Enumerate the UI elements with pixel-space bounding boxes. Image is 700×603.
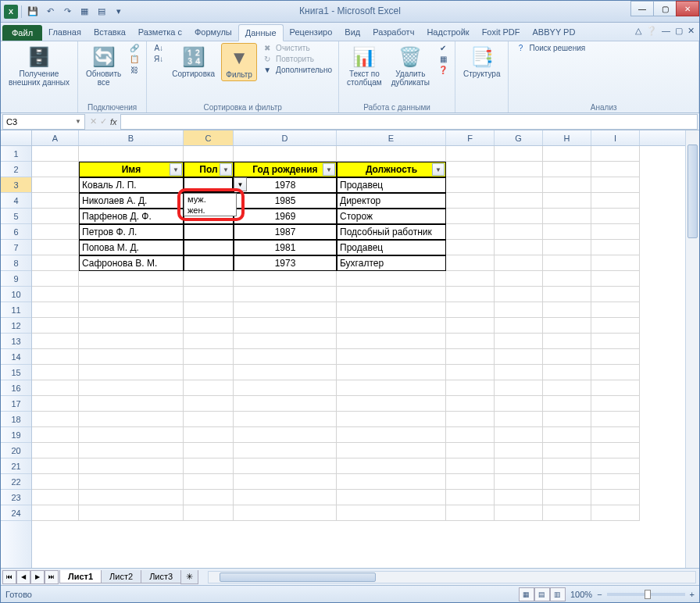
row-header-13[interactable]: 13 — [1, 334, 31, 349]
cell-G17[interactable] — [495, 396, 543, 412]
row-header-15[interactable]: 15 — [1, 365, 31, 380]
sort-button[interactable]: 🔢 Сортировка — [169, 43, 218, 80]
cell-H18[interactable] — [543, 412, 591, 427]
cell-D15[interactable] — [234, 365, 337, 380]
cell-G16[interactable] — [495, 380, 543, 396]
zoom-in-button[interactable]: + — [690, 590, 695, 599]
horizontal-scrollbar[interactable] — [208, 571, 696, 583]
cell-B2[interactable]: Имя▼ — [79, 162, 184, 177]
cell-G19[interactable] — [495, 427, 543, 443]
cell-D18[interactable] — [234, 412, 337, 427]
cell-D4[interactable]: 1985 — [234, 193, 337, 209]
mdi-close-icon[interactable]: ✕ — [688, 26, 695, 36]
tab-abbyy pd[interactable]: ABBYY PD — [527, 24, 582, 41]
text-to-columns-button[interactable]: 📊 Текст по столбцам — [344, 43, 385, 88]
edit-links-button[interactable]: ⛓ — [127, 65, 141, 75]
cell-F4[interactable] — [446, 193, 495, 209]
cell-E18[interactable] — [337, 412, 446, 427]
cell-F23[interactable] — [446, 490, 495, 505]
name-box[interactable]: C3 ▼ — [2, 114, 85, 130]
redo-button[interactable]: ↷ — [59, 4, 75, 20]
new-sheet-button[interactable]: ✳ — [180, 570, 198, 584]
cell-I3[interactable] — [591, 177, 640, 193]
row-header-19[interactable]: 19 — [1, 427, 31, 443]
col-header-C[interactable]: C — [184, 130, 234, 145]
properties-button[interactable]: 📋 — [127, 54, 141, 64]
data-validation-button[interactable]: ✔ — [436, 43, 450, 53]
view-normal-button[interactable]: ▦ — [519, 587, 534, 601]
name-box-dropdown-icon[interactable]: ▼ — [75, 118, 81, 125]
worksheet-grid[interactable]: ABCDEFGHI 123456789101112131415161718192… — [1, 130, 699, 568]
sheet-tab-Лист3[interactable]: Лист3 — [141, 570, 181, 583]
cell-H16[interactable] — [543, 380, 591, 396]
cell-H7[interactable] — [543, 240, 591, 255]
cell-F20[interactable] — [446, 443, 495, 458]
fx-icon[interactable]: fx — [110, 117, 117, 127]
cell-A4[interactable] — [32, 193, 79, 209]
cell-E23[interactable] — [337, 490, 446, 505]
zoom-out-button[interactable]: − — [597, 590, 602, 599]
cell-I24[interactable] — [591, 505, 640, 521]
cell-I1[interactable] — [591, 146, 640, 162]
cell-D6[interactable]: 1987 — [234, 224, 337, 240]
cell-A24[interactable] — [32, 505, 79, 521]
col-header-I[interactable]: I — [591, 130, 640, 145]
cell-C23[interactable] — [184, 490, 234, 505]
cell-B6[interactable]: Петров Ф. Л. — [79, 224, 184, 240]
cell-H9[interactable] — [543, 271, 591, 287]
cell-B24[interactable] — [79, 505, 184, 521]
cell-A10[interactable] — [32, 287, 79, 302]
cell-D20[interactable] — [234, 443, 337, 458]
cell-F18[interactable] — [446, 412, 495, 427]
cell-D12[interactable] — [234, 318, 337, 334]
advanced-filter-button[interactable]: ▼Дополнительно — [260, 65, 334, 75]
row-header-17[interactable]: 17 — [1, 396, 31, 412]
cell-B10[interactable] — [79, 287, 184, 302]
cell-E11[interactable] — [337, 302, 446, 318]
undo-button[interactable]: ↶ — [42, 4, 58, 20]
cell-F15[interactable] — [446, 365, 495, 380]
tab-данные[interactable]: Данные — [238, 24, 284, 41]
cell-G4[interactable] — [495, 193, 543, 209]
cell-B13[interactable] — [79, 334, 184, 349]
cell-H10[interactable] — [543, 287, 591, 302]
cell-F3[interactable] — [446, 177, 495, 193]
cell-F2[interactable] — [446, 162, 495, 177]
cell-H13[interactable] — [543, 334, 591, 349]
cell-D13[interactable] — [234, 334, 337, 349]
cell-E8[interactable]: Бухгалтер — [337, 255, 446, 271]
cell-G23[interactable] — [495, 490, 543, 505]
filter-arrow-E[interactable]: ▼ — [432, 163, 445, 176]
cell-F8[interactable] — [446, 255, 495, 271]
connections-button[interactable]: 🔗 — [127, 43, 141, 53]
cell-G9[interactable] — [495, 271, 543, 287]
cell-F6[interactable] — [446, 224, 495, 240]
cell-E14[interactable] — [337, 349, 446, 365]
cell-E9[interactable] — [337, 271, 446, 287]
cell-G5[interactable] — [495, 209, 543, 224]
cell-G10[interactable] — [495, 287, 543, 302]
cell-E1[interactable] — [337, 146, 446, 162]
tab-разработч[interactable]: Разработч — [366, 24, 420, 41]
cell-H14[interactable] — [543, 349, 591, 365]
cell-G2[interactable] — [495, 162, 543, 177]
cell-E5[interactable]: Сторож — [337, 209, 446, 224]
row-header-12[interactable]: 12 — [1, 318, 31, 334]
row-header-9[interactable]: 9 — [1, 271, 31, 287]
col-header-G[interactable]: G — [495, 130, 543, 145]
sort-asc-button[interactable]: A↓ — [152, 43, 166, 53]
cell-C11[interactable] — [184, 302, 234, 318]
cell-D14[interactable] — [234, 349, 337, 365]
tab-рецензиро[interactable]: Рецензиро — [284, 24, 339, 41]
cell-I2[interactable] — [591, 162, 640, 177]
cell-B4[interactable]: Николаев А. Д. — [79, 193, 184, 209]
cell-I7[interactable] — [591, 240, 640, 255]
cell-H17[interactable] — [543, 396, 591, 412]
minimize-button[interactable]: — — [630, 1, 654, 16]
sheet-nav-prev[interactable]: ◀ — [16, 570, 30, 584]
solver-button[interactable]: ?Поиск решения — [513, 43, 587, 53]
cell-F22[interactable] — [446, 474, 495, 490]
col-header-E[interactable]: E — [337, 130, 446, 145]
mdi-minimize-icon[interactable]: — — [662, 26, 670, 36]
save-button[interactable]: 💾 — [25, 4, 41, 20]
